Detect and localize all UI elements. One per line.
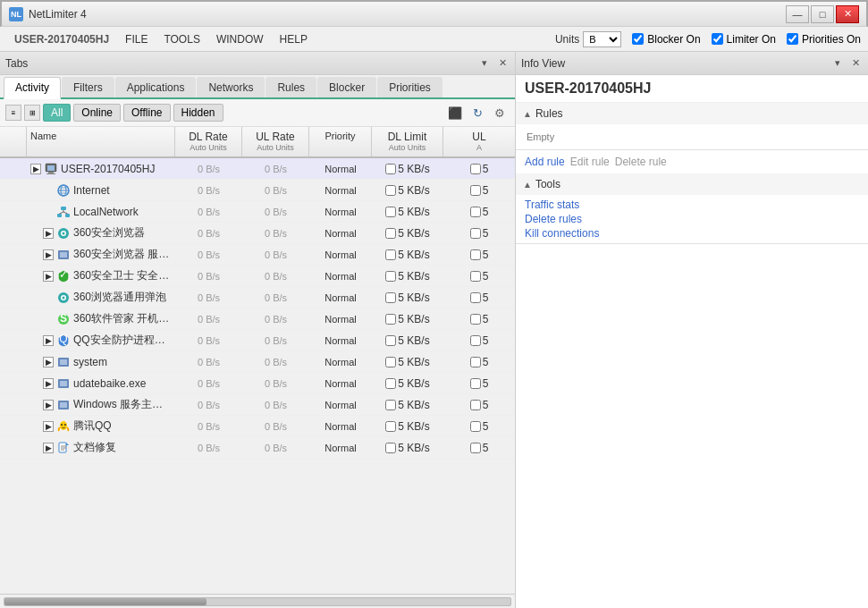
th-dlrate[interactable]: DL Rate Auto Units [175,127,242,156]
units-select[interactable]: B KB MB [583,31,621,47]
expand-btn[interactable]: ▶ [43,378,54,389]
table-row[interactable]: ▶ 360安全浏览器 服务组件 0 B/s 0 B/s Normal 5 KB/… [0,244,515,266]
expand-btn[interactable]: ▶ [43,400,54,410]
expand-btn[interactable]: ▶ [43,271,54,282]
tab-activity[interactable]: Activity [4,77,61,99]
dl-limit-checkbox[interactable] [385,164,396,174]
filter-online-btn[interactable]: Online [73,104,121,122]
settings-icon-btn[interactable]: ⚙ [490,103,510,122]
th-ulrate[interactable]: UL Rate Auto Units [242,127,309,156]
ul-limit-checkbox[interactable] [470,228,481,239]
ul-limit-checkbox[interactable] [470,400,481,410]
blocker-checkbox[interactable] [632,33,644,45]
th-ullimit[interactable]: UL A [443,127,515,156]
table-row[interactable]: Internet 0 B/s 0 B/s Normal 5 KB/s 5 [0,180,515,201]
filter-hidden-btn[interactable]: Hidden [173,104,223,122]
dl-limit-checkbox[interactable] [385,357,396,367]
tab-rules[interactable]: Rules [265,77,316,97]
delete-rule-link[interactable]: Delete rule [615,156,667,168]
expand-btn[interactable]: ▶ [43,249,54,260]
ul-limit-checkbox[interactable] [470,357,481,367]
dl-limit-checkbox[interactable] [385,314,396,325]
expand-btn[interactable]: ▶ [43,443,54,453]
dl-limit-checkbox[interactable] [385,421,396,432]
dl-limit-checkbox[interactable] [385,335,396,346]
ul-limit-checkbox[interactable] [470,207,481,217]
panel-close-btn[interactable]: ✕ [495,56,510,71]
table-row[interactable]: ▶ system 0 B/s 0 B/s Normal 5 KB/s 5 [0,351,515,373]
tab-filters[interactable]: Filters [62,77,114,97]
scrollbar-thumb[interactable] [4,598,206,605]
menu-tools[interactable]: TOOLS [156,30,206,48]
dl-limit-checkbox[interactable] [385,207,396,217]
scrollbar-track[interactable] [4,597,511,606]
close-button[interactable]: ✕ [836,5,859,23]
menu-window[interactable]: WINDOW [209,30,271,48]
tools-section-header[interactable]: ▲ Tools [516,173,868,195]
dl-limit-checkbox[interactable] [385,185,396,196]
table-row[interactable]: S 360软件管家 开机小助手 0 B/s 0 B/s Normal 5 KB/… [0,308,515,330]
limiter-checkbox[interactable] [712,33,723,45]
rules-section-header[interactable]: ▲ Rules [516,103,868,124]
tab-applications[interactable]: Applications [115,77,197,97]
ul-limit-checkbox[interactable] [470,185,481,196]
add-rule-link[interactable]: Add rule [525,156,565,168]
tab-priorities[interactable]: Priorities [377,77,442,97]
tab-networks[interactable]: Networks [197,77,265,97]
ul-limit-checkbox[interactable] [470,249,481,260]
dl-limit-checkbox[interactable] [385,249,396,260]
dl-limit-checkbox[interactable] [385,228,396,239]
table-row[interactable]: ▶ Q QQ安全防护进程（Q盾） 0 B/s 0 B/s Normal 5 KB… [0,330,515,351]
ul-limit-checkbox[interactable] [470,443,481,453]
filter-offline-btn[interactable]: Offline [123,104,170,122]
th-dllimit[interactable]: DL Limit Auto Units [372,127,443,156]
dl-limit-checkbox[interactable] [385,271,396,282]
right-panel-close-btn[interactable]: ✕ [848,56,863,71]
th-name[interactable]: Name [27,127,175,156]
dl-limit-checkbox[interactable] [385,378,396,389]
restore-button[interactable]: □ [811,5,834,23]
ul-limit-checkbox[interactable] [470,335,481,346]
menu-file[interactable]: FILE [118,30,155,48]
table-row[interactable]: ▶ USER-20170405HJ 0 B/s 0 B/s Normal 5 K… [0,158,515,180]
traffic-stats-link[interactable]: Traffic stats [525,198,859,211]
table-row[interactable]: ▶ 360安全浏览器 0 B/s 0 B/s Normal 5 KB/s 5 [0,223,515,244]
view-grid-btn[interactable]: ⊞ [24,105,40,121]
right-panel-dropdown-btn[interactable]: ▾ [830,56,845,71]
stop-icon-btn[interactable]: ⬛ [445,103,465,122]
ul-limit-checkbox[interactable] [470,292,481,303]
table-row[interactable]: LocalNetwork 0 B/s 0 B/s Normal 5 KB/s 5 [0,201,515,223]
scrollbar-area[interactable] [0,594,515,608]
menu-help[interactable]: HELP [273,30,315,48]
minimize-button[interactable]: — [786,5,809,23]
table-row[interactable]: ▶ 文档修复 0 B/s 0 B/s Normal 5 KB/s 5 [0,437,515,459]
ul-limit-checkbox[interactable] [470,421,481,432]
ul-limit-checkbox[interactable] [470,378,481,389]
priorities-checkbox[interactable] [787,33,798,45]
expand-btn[interactable]: ▶ [43,228,54,239]
table-row[interactable]: 360浏览器通用弹泡 0 B/s 0 B/s Normal 5 KB/s 5 [0,287,515,308]
th-priority[interactable]: Priority [309,127,372,156]
delete-rules-link[interactable]: Delete rules [525,213,859,225]
edit-rule-link[interactable]: Edit rule [570,156,610,168]
expand-btn[interactable]: ▶ [30,164,41,174]
table-row[interactable]: ▶ ✓ 360安全卫士 安全防护中心模 0 B/s 0 B/s Normal 5… [0,266,515,287]
dl-limit-checkbox[interactable] [385,400,396,410]
expand-btn[interactable]: ▶ [43,421,54,432]
ul-limit-checkbox[interactable] [470,271,481,282]
expand-btn[interactable]: ▶ [43,357,54,367]
dl-limit-checkbox[interactable] [385,443,396,453]
table-row[interactable]: ▶ 腾讯QQ 0 B/s 0 B/s Normal 5 KB/s 5 [0,416,515,437]
refresh-icon-btn[interactable]: ↻ [468,103,487,122]
ul-limit-checkbox[interactable] [470,314,481,325]
table-row[interactable]: ▶ udatebaike.exe 0 B/s 0 B/s Normal 5 KB… [0,373,515,394]
tab-blocker[interactable]: Blocker [317,77,376,97]
view-list-btn[interactable]: ≡ [5,105,21,121]
table-row[interactable]: ▶ Windows 服务主进程 0 B/s 0 B/s Normal 5 KB/… [0,394,515,416]
filter-all-btn[interactable]: All [43,104,71,122]
ul-limit-checkbox[interactable] [470,164,481,174]
panel-dropdown-btn[interactable]: ▾ [477,56,492,71]
kill-connections-link[interactable]: Kill connections [525,227,859,240]
dl-limit-checkbox[interactable] [385,292,396,303]
expand-btn[interactable]: ▶ [43,335,54,346]
